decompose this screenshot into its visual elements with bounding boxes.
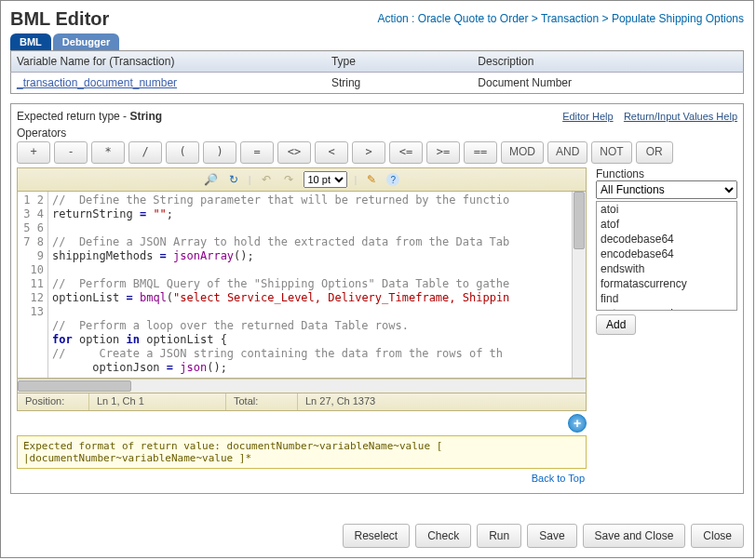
run-button[interactable]: Run [477,524,521,548]
variable-desc: Document Number [472,73,743,94]
operators-label: Operators [17,125,737,141]
table-row: _transaction_document_number String Docu… [11,73,744,94]
list-item[interactable]: atoi [597,202,736,217]
help-icon[interactable]: ? [386,173,399,186]
code-toolbar: 🔎 ↻ | ↶ ↷ 10 pt | ✎ ? [17,167,587,192]
op-div[interactable]: / [128,141,162,164]
op-minus[interactable]: - [54,141,88,164]
save-and-close-button[interactable]: Save and Close [583,524,686,548]
op-rparen[interactable]: ) [203,141,236,164]
vertical-scrollbar[interactable] [572,192,586,378]
op-lt[interactable]: < [315,141,348,164]
reselect-button[interactable]: Reselect [343,524,411,548]
list-item[interactable]: decodebase64 [597,232,736,247]
add-function-button[interactable]: Add [596,314,636,335]
operators-bar: + - * / ( ) = <> < > <= >= == MOD AND NO… [17,141,737,167]
col-header-type: Type [326,51,472,73]
font-size-select[interactable]: 10 pt [304,171,347,188]
op-gt[interactable]: > [352,141,385,164]
close-button[interactable]: Close [691,524,744,548]
functions-label: Functions [596,167,644,180]
col-header-name: Variable Name for (Transaction) [11,51,326,73]
op-lparen[interactable]: ( [166,141,199,164]
tab-bml[interactable]: BML [10,33,51,50]
return-input-help-link[interactable]: Return/Input Values Help [624,111,737,122]
redo-icon[interactable]: ↷ [281,172,296,187]
op-mul[interactable]: * [91,141,125,164]
find-icon[interactable]: 🔎 [204,172,219,187]
save-button[interactable]: Save [527,524,576,548]
editor-help-link[interactable]: Editor Help [562,111,613,122]
editor-status-bar: Position: Ln 1, Ch 1 Total: Ln 27, Ch 13… [17,393,587,411]
list-item[interactable]: encodebase64 [597,247,736,261]
list-item[interactable]: endswith [597,261,736,276]
op-not[interactable]: NOT [591,141,631,164]
page-title: BML Editor [10,8,109,30]
breadcrumb: Action : Oracle Quote to Order > Transac… [377,8,744,25]
code-content[interactable]: // Define the String parameter that will… [48,192,572,378]
op-or[interactable]: OR [636,141,673,164]
variables-table: Variable Name for (Transaction) Type Des… [10,50,744,94]
back-to-top-link[interactable]: Back to Top [532,473,585,484]
col-header-desc: Description [472,51,743,73]
op-assign[interactable]: = [240,141,274,164]
tab-debugger[interactable]: Debugger [53,33,119,50]
refresh-icon[interactable]: ↻ [226,172,241,187]
check-button[interactable]: Check [415,524,471,548]
highlight-icon[interactable]: ✎ [364,172,379,187]
list-item[interactable]: formatascurrency [597,276,736,291]
op-mod[interactable]: MOD [501,141,544,164]
op-plus[interactable]: + [17,141,50,164]
op-gte[interactable]: >= [426,141,460,164]
op-lte[interactable]: <= [389,141,423,164]
functions-list[interactable]: atoi atof decodebase64 encodebase64 ends… [596,201,737,311]
line-gutter: 1 2 3 4 5 6 7 8 9 10 11 12 13 [18,192,48,378]
list-item[interactable]: find [597,291,736,306]
functions-category-select[interactable]: All Functions [596,180,737,199]
variable-type: String [326,73,472,94]
op-eq[interactable]: == [464,141,497,164]
code-editor[interactable]: 1 2 3 4 5 6 7 8 9 10 11 12 13 // Define … [17,192,587,379]
expected-return-type: Expected return type - String [17,110,162,123]
horizontal-scrollbar[interactable] [17,379,587,393]
list-item[interactable]: getcurrencyvalue [597,306,736,311]
expected-format: Expected format of return value: documen… [17,435,587,469]
undo-icon[interactable]: ↶ [259,172,274,187]
add-editor-icon[interactable]: + [568,414,587,433]
op-neq[interactable]: <> [277,141,311,164]
op-and[interactable]: AND [547,141,587,164]
variable-link[interactable]: _transaction_document_number [17,76,177,89]
list-item[interactable]: atof [597,217,736,232]
